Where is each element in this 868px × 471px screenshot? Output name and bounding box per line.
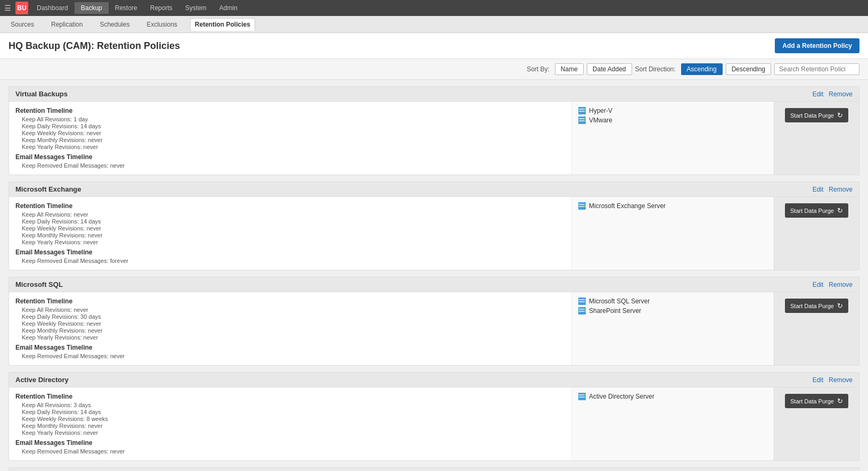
server-name-1-0: Microsoft Exchange Server [589,202,666,210]
policy-header-4: File ServerEditRemove [9,468,859,471]
detail-item-3-0: Keep All Revisions: 3 days [22,402,565,408]
server-name-2-1: SharePoint Server [589,307,641,315]
policy-remove-button-2[interactable]: Remove [829,281,853,288]
detail-item-3-3: Keep Monthly Revisions: never [22,423,565,429]
server-item-1-0: Microsoft Exchange Server [578,202,767,210]
detail-item-0-2: Keep Weekly Revisions: never [22,130,565,136]
email-detail-2: Keep Removed Email Messages: never [22,353,565,359]
detail-item-2-4: Keep Yearly Revisions: never [22,334,565,341]
policy-edit-button-0[interactable]: Edit [813,90,824,98]
subnav-replication[interactable]: Replication [47,19,87,30]
email-timeline-title-2: Email Messages Timeline [15,344,565,351]
policy-header-0: Virtual BackupsEditRemove [9,87,859,102]
top-nav: ☰ BU Dashboard Backup Restore Reports Sy… [0,0,868,16]
policy-body-1: Retention TimelineKeep All Revisions: ne… [9,197,859,270]
detail-item-0-1: Keep Daily Revisions: 14 days [22,123,565,129]
policy-body-3: Retention TimelineKeep All Revisions: 3 … [9,387,859,460]
detail-item-2-1: Keep Daily Revisions: 30 days [22,313,565,320]
detail-item-1-4: Keep Yearly Revisions: never [22,239,565,245]
retention-timeline-title-2: Retention Timeline [15,298,565,305]
policy-details-1: Retention TimelineKeep All Revisions: ne… [9,197,571,270]
policy-card-2: Microsoft SQLEditRemoveRetention Timelin… [9,277,859,366]
retention-timeline-title-0: Retention Timeline [15,107,565,114]
start-data-purge-button-3[interactable]: Start Data Purge ↻ [785,394,848,408]
policy-purge-3: Start Data Purge ↻ [774,387,859,460]
detail-item-3-4: Keep Yearly Revisions: never [22,429,565,436]
policy-name-0: Virtual Backups [15,90,68,98]
sort-dir-label: Sort Direction: [635,65,676,73]
policy-name-2: Microsoft SQL [15,280,63,288]
nav-system[interactable]: System [179,2,213,14]
hamburger-icon[interactable]: ☰ [4,4,11,12]
add-policy-button[interactable]: Add a Retention Policy [775,38,859,53]
policy-header-3: Active DirectoryEditRemove [9,373,859,387]
subnav-schedules[interactable]: Schedules [95,19,134,30]
policy-edit-button-1[interactable]: Edit [813,186,824,193]
nav-restore[interactable]: Restore [109,2,144,14]
server-name-2-0: Microsoft SQL Server [589,298,650,305]
policy-card-3: Active DirectoryEditRemoveRetention Time… [9,372,859,461]
search-input[interactable] [774,63,859,75]
policy-servers-1: Microsoft Exchange Server [571,197,774,270]
policy-purge-0: Start Data Purge ↻ [774,102,859,175]
svg-point-14 [584,206,585,207]
purge-icon-2: ↻ [837,302,843,310]
nav-reports[interactable]: Reports [144,2,179,14]
sort-desc-button[interactable]: Descending [726,63,771,75]
server-item-0-1: VMware [578,117,767,124]
server-item-2-0: Microsoft SQL Server [578,298,767,305]
email-timeline-title-3: Email Messages Timeline [15,439,565,447]
detail-item-2-3: Keep Monthly Revisions: never [22,327,565,334]
svg-point-19 [584,301,585,302]
sub-nav: Sources Replication Schedules Exclusions… [0,16,868,33]
policy-remove-button-3[interactable]: Remove [829,376,853,384]
subnav-sources[interactable]: Sources [6,19,38,30]
server-item-2-1: SharePoint Server [578,307,767,315]
policy-actions-1: EditRemove [813,186,853,193]
nav-admin[interactable]: Admin [213,2,244,14]
start-data-purge-button-2[interactable]: Start Data Purge ↻ [785,299,848,313]
policy-header-1: Microsoft ExchangeEditRemove [9,182,859,197]
sort-date-button[interactable]: Date Added [587,63,632,75]
svg-point-13 [584,204,585,205]
subnav-exclusions[interactable]: Exclusions [142,19,181,30]
start-data-purge-button-0[interactable]: Start Data Purge ↻ [785,108,848,122]
server-icon-0-1 [578,117,586,124]
policy-edit-button-3[interactable]: Edit [813,376,824,384]
policy-remove-button-1[interactable]: Remove [829,186,853,193]
sort-name-button[interactable]: Name [555,63,584,75]
policy-header-2: Microsoft SQLEditRemove [9,277,859,292]
subnav-retention-policies[interactable]: Retention Policies [190,18,255,31]
page-header: HQ Backup (CAM): Retention Policies Add … [0,33,868,59]
purge-icon-1: ↻ [837,206,843,214]
policy-actions-2: EditRemove [813,281,853,288]
policy-name-3: Active Directory [15,376,69,384]
policy-purge-2: Start Data Purge ↻ [774,292,859,365]
detail-item-1-3: Keep Monthly Revisions: never [22,232,565,238]
svg-point-28 [584,394,585,395]
nav-backup[interactable]: Backup [75,2,109,14]
policy-details-0: Retention TimelineKeep All Revisions: 1 … [9,102,571,175]
main-content: Virtual BackupsEditRemoveRetention Timel… [0,80,868,471]
policy-actions-3: EditRemove [813,376,853,384]
nav-dashboard[interactable]: Dashboard [30,2,75,14]
detail-item-0-3: Keep Monthly Revisions: never [22,137,565,143]
server-icon-3-0 [578,393,586,400]
detail-item-0-0: Keep All Revisions: 1 day [22,116,565,122]
policy-remove-button-0[interactable]: Remove [829,90,853,98]
sort-asc-button[interactable]: Ascending [681,63,723,75]
server-name-0-1: VMware [589,117,612,124]
server-name-0-0: Hyper-V [589,107,612,114]
svg-point-18 [584,299,585,300]
policy-edit-button-2[interactable]: Edit [813,281,824,288]
policy-card-1: Microsoft ExchangeEditRemoveRetention Ti… [9,181,859,270]
svg-point-24 [584,311,585,312]
detail-item-1-0: Keep All Revisions: never [22,211,565,218]
server-icon-2-0 [578,298,586,305]
policy-actions-0: EditRemove [813,90,853,98]
nav-logo: BU [15,2,28,14]
start-data-purge-button-1[interactable]: Start Data Purge ↻ [785,203,848,218]
svg-point-3 [584,109,585,110]
server-icon-1-0 [578,202,586,210]
policy-body-0: Retention TimelineKeep All Revisions: 1 … [9,102,859,175]
